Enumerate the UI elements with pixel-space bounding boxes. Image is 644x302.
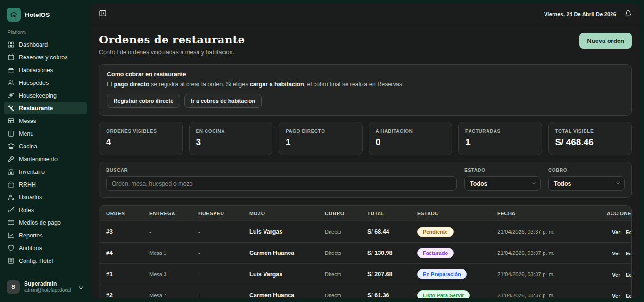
sidebar-item-mantenimiento[interactable]: Mantenimiento: [4, 153, 87, 165]
column-header-cobro: COBRO: [318, 206, 361, 221]
view-link[interactable]: Ver: [612, 251, 620, 256]
cobro-label: COBRO: [548, 168, 625, 173]
app-logo[interactable]: HotelOS: [4, 6, 87, 28]
cell-cobro: Directo: [318, 221, 361, 243]
sidebar-item-label: RRHH: [19, 181, 36, 188]
info-box-title: Como cobrar en restaurante: [107, 71, 624, 78]
stat-value: 3: [196, 137, 266, 147]
view-link[interactable]: Ver: [612, 229, 620, 235]
sidebar-item-menu[interactable]: Menu: [4, 127, 87, 140]
sparkles-icon: [8, 92, 15, 99]
status-badge: Pendiente: [417, 227, 454, 237]
edit-link[interactable]: Editar: [626, 251, 632, 256]
search-input[interactable]: [106, 176, 457, 191]
page-subtitle: Control de ordenes vinculadas a mesa y h…: [99, 49, 245, 56]
sidebar-item-habitaciones[interactable]: Habitaciones: [4, 64, 87, 76]
status-badge: Facturado: [417, 248, 454, 258]
estado-select[interactable]: Todos: [464, 176, 541, 191]
sidebar-item-label: Auditoria: [19, 245, 42, 252]
filter-bar: BUSCAR ESTADO Todos COBRO Todos: [99, 162, 632, 198]
status-badge: En Preparación: [417, 269, 467, 279]
search-label: BUSCAR: [106, 168, 457, 173]
sidebar-item-label: Housekeeping: [19, 92, 57, 99]
new-order-button[interactable]: Nueva orden: [579, 33, 632, 49]
cobro-select[interactable]: Todos: [548, 176, 625, 191]
user-icon: [8, 194, 15, 201]
cell-mozo: Luis Vargas: [243, 264, 318, 285]
sidebar-item-config-hotel[interactable]: Config. Hotel: [4, 254, 87, 267]
edit-link[interactable]: Editar: [626, 272, 632, 278]
stat-value: 4: [106, 137, 176, 147]
sidebar-toggle-button[interactable]: [98, 8, 107, 19]
sidebar-item-usuarios[interactable]: Usuarios: [4, 191, 87, 204]
stat-value: 1: [465, 137, 535, 147]
sidebar-item-restaurante[interactable]: Restaurante: [4, 102, 87, 114]
sidebar-item-housekeeping[interactable]: Housekeeping: [4, 89, 87, 102]
cell-total: S/ 68.44: [361, 221, 411, 243]
briefcase-icon: [8, 181, 15, 188]
sidebar-item-label: Mesas: [19, 118, 36, 124]
user-menu[interactable]: S Superadmin admin@hotelapp.local: [4, 278, 87, 296]
stats-row: ORDENES VISIBLES4EN COCINA3PAGO DIRECTO1…: [99, 122, 632, 155]
avatar: S: [7, 280, 20, 294]
cell-total: S/ 61.36: [361, 285, 411, 299]
user-name: Superadmin: [24, 280, 71, 287]
sidebar-item-huespedes[interactable]: Huespedes: [4, 76, 87, 89]
column-header-fecha: FECHA: [491, 206, 600, 221]
cell-orden: #1: [99, 264, 143, 285]
panel-left-icon: [99, 9, 107, 18]
view-link[interactable]: Ver: [612, 272, 620, 278]
sidebar-item-dashboard[interactable]: Dashboard: [4, 38, 87, 51]
sidebar-item-medios-de-pago[interactable]: Medios de pago: [4, 216, 87, 229]
sidebar-item-cocina[interactable]: Cocina: [4, 140, 87, 153]
cell-huesped: -: [192, 221, 243, 243]
edit-link[interactable]: Editar: [626, 229, 632, 235]
sidebar-item-rrhh[interactable]: RRHH: [4, 178, 87, 191]
sidebar-item-inventario[interactable]: Inventario: [4, 165, 87, 178]
cell-entrega: Mesa 3: [143, 264, 192, 285]
view-link[interactable]: Ver: [612, 293, 620, 298]
bed-icon: [8, 66, 15, 73]
sidebar-item-auditoria[interactable]: Auditoria: [4, 242, 87, 254]
stat-card: TOTAL VISIBLES/ 468.46: [548, 122, 632, 155]
bell-icon: [625, 10, 632, 18]
stat-label: ORDENES VISIBLES: [106, 129, 176, 134]
sidebar-section-label: Platform: [4, 28, 87, 38]
notifications-button[interactable]: [624, 9, 633, 19]
main-panel: Viernes, 24 De Abril De 2026 Ordenes de …: [91, 4, 640, 298]
page-header: Ordenes de restaurante Control de ordene…: [99, 33, 632, 56]
sidebar-item-reservas-y-cobros[interactable]: Reservas y cobros: [4, 51, 87, 64]
sidebar-item-label: Roles: [19, 207, 34, 213]
grid-icon: [8, 41, 15, 48]
column-header-huesped: HUESPED: [192, 206, 243, 221]
edit-link[interactable]: Editar: [626, 293, 632, 298]
ir-a-cobros-de-habitacion-button[interactable]: Ir a cobros de habitacion: [184, 94, 262, 108]
sidebar-item-reportes[interactable]: Reportes: [4, 229, 87, 242]
cell-orden: #3: [99, 221, 143, 243]
home-icon: [7, 8, 21, 22]
sidebar-item-mesas[interactable]: Mesas: [4, 114, 87, 127]
registrar-cobro-directo-button[interactable]: Registrar cobro directo: [107, 94, 180, 108]
stat-card: FACTURADAS1: [458, 122, 542, 155]
chevrons-up-down-icon: [78, 284, 84, 290]
cell-fecha: 21/04/2026, 03:37 p. m.: [491, 243, 600, 264]
sidebar-item-label: Reportes: [19, 232, 43, 239]
column-header-total: TOTAL: [361, 206, 411, 221]
sidebar-item-roles[interactable]: Roles: [4, 204, 87, 216]
stat-label: TOTAL VISIBLE: [555, 129, 625, 134]
cell-total: S/ 130.98: [361, 243, 411, 264]
status-badge: Listo Para Servir: [417, 290, 470, 298]
orders-table: ORDENENTREGAHUESPEDMOZOCOBROTOTALESTADOF…: [99, 205, 632, 298]
cell-cobro: Directo: [318, 285, 361, 299]
table-row: #4Mesa 1-Carmen HuancaDirectoS/ 130.98Fa…: [99, 243, 631, 264]
page-title: Ordenes de restaurante: [99, 33, 245, 46]
key-icon: [8, 206, 15, 213]
cell-entrega: -: [143, 221, 192, 243]
column-header-orden: ORDEN: [99, 206, 143, 221]
sidebar-item-label: Huespedes: [19, 80, 49, 86]
stat-value: 0: [376, 137, 446, 147]
cell-entrega: Mesa 1: [143, 243, 192, 264]
stat-value: S/ 468.46: [555, 137, 625, 147]
table-header-row: ORDENENTREGAHUESPEDMOZOCOBROTOTALESTADOF…: [99, 206, 631, 221]
cell-orden: #4: [99, 243, 143, 264]
